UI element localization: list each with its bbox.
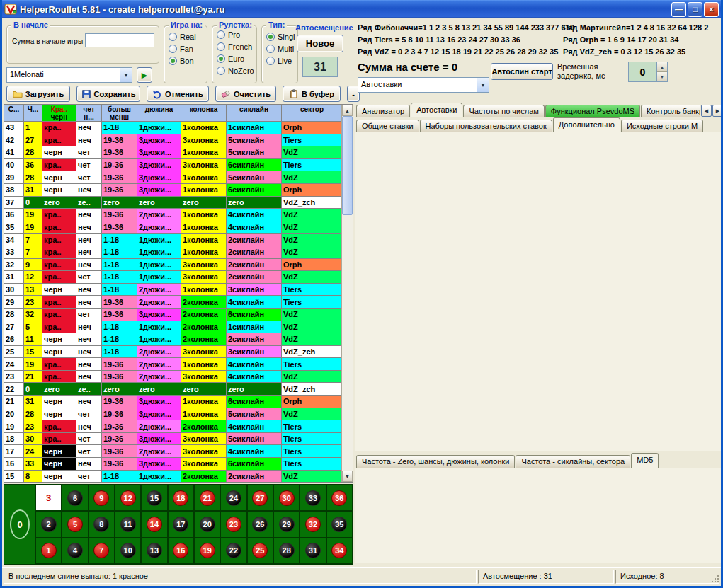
- table-row[interactable]: 3013черннеч1-182дюжи...1колонка3сиклайнT…: [4, 284, 343, 296]
- tab-item[interactable]: Частота - Zero, шансы, дюжины, колонки: [356, 455, 515, 468]
- tab-item[interactable]: Автоставки: [411, 103, 462, 117]
- table-row[interactable]: 329кра..неч1-181дюжи...3колонка2сиклайнO…: [4, 259, 343, 272]
- maximize-button[interactable]: □: [688, 2, 702, 17]
- undo-button[interactable]: Отменить: [147, 86, 209, 102]
- type-option-singl[interactable]: Singl: [266, 33, 293, 41]
- table-row[interactable]: 2131черннеч19-363дюжи...1колонка6сиклайн…: [4, 396, 343, 408]
- board-cell-4[interactable]: 4: [62, 538, 88, 564]
- board-cell-35[interactable]: 35: [326, 511, 353, 537]
- board-cell-12[interactable]: 12: [115, 485, 141, 511]
- table-row[interactable]: 3928чернчет19-363дюжи...1колонка5сиклайн…: [4, 171, 343, 184]
- table-scrollbar[interactable]: ▲ ▼: [341, 105, 353, 482]
- autospin-start-button[interactable]: Автоспин старт: [491, 63, 553, 80]
- table-row[interactable]: 2515черннеч1-182дюжи...3колонка3сиклайнV…: [4, 346, 343, 359]
- board-cell-15[interactable]: 15: [141, 485, 167, 511]
- spin-down-icon[interactable]: ▼: [657, 72, 667, 81]
- board-cell-31[interactable]: 31: [300, 538, 326, 564]
- board-cell-13[interactable]: 13: [141, 538, 167, 564]
- roulette-option-nozero[interactable]: NoZero: [217, 67, 252, 75]
- board-cell-32[interactable]: 32: [300, 511, 326, 537]
- roulette-option-french[interactable]: French: [217, 42, 252, 51]
- tab-right-icon[interactable]: ▶: [712, 105, 723, 117]
- table-row[interactable]: 431кра..неч1-181дюжи...1колонка1сиклайнO…: [4, 122, 343, 134]
- tab-item[interactable]: Частоты по числам: [463, 105, 544, 117]
- board-cell-8[interactable]: 8: [89, 511, 115, 537]
- board-cell-29[interactable]: 29: [273, 511, 300, 537]
- table-row[interactable]: 220zeroze..zerozerozerozeroVdZ_zch: [4, 383, 343, 396]
- board-cell-17[interactable]: 17: [168, 511, 194, 537]
- minimize-button[interactable]: —: [671, 2, 686, 17]
- board-cell-22[interactable]: 22: [220, 538, 246, 564]
- table-row[interactable]: 2832кра..чет19-363дюжи...2колонка6сиклай…: [4, 309, 343, 321]
- table-row[interactable]: 2611черннеч1-181дюжи...2колонка2сиклайнV…: [4, 333, 343, 346]
- board-cell-25[interactable]: 25: [247, 538, 273, 564]
- board-cell-19[interactable]: 19: [194, 538, 220, 564]
- table-row[interactable]: 4227кра..неч19-363дюжи...3колонка5сиклай…: [4, 134, 343, 147]
- close-button[interactable]: ×: [704, 2, 719, 17]
- table-row[interactable]: 1923кра..неч19-362дюжи...2колонка4сиклай…: [4, 420, 343, 433]
- scroll-down-icon[interactable]: ▼: [342, 471, 353, 482]
- table-row[interactable]: 2321кра..неч19-362дюжи...3колонка4сиклай…: [4, 371, 343, 384]
- spin-up-icon[interactable]: ▲: [657, 62, 667, 72]
- save-button[interactable]: Сохранить: [76, 86, 140, 102]
- play-button[interactable]: ▶: [137, 67, 152, 83]
- tab-item[interactable]: Контроль банкр: [641, 105, 700, 117]
- board-cell-3[interactable]: 3: [35, 485, 62, 511]
- table-row[interactable]: 2028чернчет19-363дюжи...1колонка5сиклайн…: [4, 408, 343, 421]
- game-option-real[interactable]: Real: [169, 33, 203, 41]
- tab-item[interactable]: Функционал PsevdoMS: [545, 105, 640, 117]
- table-row[interactable]: 3112кра..чет1-181дюжи...3колонка2сиклайн…: [4, 271, 343, 284]
- board-cell-23[interactable]: 23: [220, 511, 246, 537]
- table-row[interactable]: 275кра..неч1-181дюжи...2колонка1сиклайнV…: [4, 321, 343, 334]
- board-zero-cell[interactable]: 0: [4, 485, 35, 564]
- scrollbar-thumb[interactable]: [342, 116, 353, 215]
- chevron-down-icon[interactable]: ▼: [120, 68, 132, 82]
- tab-item[interactable]: Дополнительно: [553, 117, 620, 132]
- board-cell-28[interactable]: 28: [273, 538, 300, 564]
- type-option-multi[interactable]: Multi: [266, 45, 293, 53]
- board-cell-5[interactable]: 5: [62, 511, 88, 537]
- board-cell-21[interactable]: 21: [194, 485, 220, 511]
- board-cell-33[interactable]: 33: [300, 485, 326, 511]
- board-cell-10[interactable]: 10: [115, 538, 141, 564]
- roulette-option-euro[interactable]: Euro: [217, 54, 252, 63]
- table-row[interactable]: 370zeroze..zerozerozerozeroVdZ_zch: [4, 197, 343, 209]
- board-cell-14[interactable]: 14: [141, 511, 167, 537]
- board-cell-27[interactable]: 27: [247, 485, 273, 511]
- board-cell-16[interactable]: 16: [168, 538, 194, 564]
- table-row[interactable]: 158чернчет1-181дюжи...2колонка2сиклайнVd…: [4, 471, 343, 483]
- load-button[interactable]: Загрузить: [6, 86, 70, 102]
- autobets-combobox[interactable]: Автоставки ▼: [358, 77, 489, 93]
- tab-left-icon[interactable]: ◀: [701, 105, 712, 117]
- board-cell-18[interactable]: 18: [168, 485, 194, 511]
- table-row[interactable]: 2419кра..неч19-362дюжи...1колонка4сиклай…: [4, 358, 343, 371]
- autoshift-new-button[interactable]: Новое: [297, 35, 343, 52]
- tab-item[interactable]: Частота - сиклайны, сектора: [516, 455, 630, 468]
- game-option-fan[interactable]: Fan: [169, 45, 203, 53]
- scroll-up-icon[interactable]: ▲: [342, 105, 353, 116]
- board-cell-11[interactable]: 11: [115, 511, 141, 537]
- board-cell-24[interactable]: 24: [220, 485, 246, 511]
- table-row[interactable]: 3619кра..неч19-362дюжи...1колонка4сиклай…: [4, 209, 343, 221]
- tab-item[interactable]: MD5: [631, 453, 659, 468]
- table-row[interactable]: 4128чернчет19-363дюжи...1колонка5сиклайн…: [4, 146, 343, 159]
- type-option-live[interactable]: Live: [266, 57, 293, 65]
- board-cell-2[interactable]: 2: [35, 511, 62, 537]
- title-bar[interactable]: HelperRoullet 5.81 - create helperroulle…: [2, 0, 721, 18]
- start-sum-input[interactable]: [85, 33, 154, 47]
- chevron-down-icon[interactable]: ▼: [477, 78, 489, 92]
- board-cell-30[interactable]: 30: [273, 485, 300, 511]
- roulette-option-pro[interactable]: Pro: [217, 30, 252, 39]
- table-row[interactable]: 3519кра..неч19-362дюжи...1колонка4сиклай…: [4, 221, 343, 234]
- board-cell-26[interactable]: 26: [247, 511, 273, 537]
- resize-grip[interactable]: [710, 574, 719, 583]
- tab-item[interactable]: Исходные строки М: [621, 120, 703, 132]
- board-cell-20[interactable]: 20: [194, 511, 220, 537]
- tab-item[interactable]: Анализатор: [356, 105, 410, 117]
- table-row[interactable]: 3831черннеч19-363дюжи...1колонка6сиклайн…: [4, 184, 343, 197]
- table-row[interactable]: 1830кра..чет19-363дюжи...3колонка5сиклай…: [4, 433, 343, 446]
- table-row[interactable]: 1633черннеч19-363дюжи...3колонка6сиклайн…: [4, 458, 343, 471]
- board-cell-6[interactable]: 6: [62, 485, 88, 511]
- board-cell-1[interactable]: 1: [35, 538, 62, 564]
- clear-button[interactable]: Очистить: [215, 86, 276, 102]
